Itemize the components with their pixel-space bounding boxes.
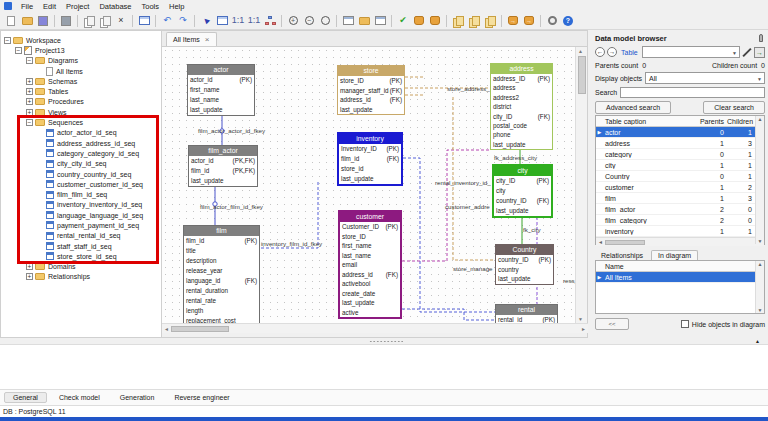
grid-row-Country[interactable]: Country01	[596, 171, 755, 182]
move-object-icon[interactable]	[483, 14, 497, 28]
tree-item-rental-rental-id-seq[interactable]: rental_rental_id_seq	[1, 231, 161, 241]
advanced-search-button[interactable]: Advanced search	[595, 101, 671, 114]
expand-icon[interactable]: +	[26, 109, 33, 116]
er-table-title[interactable]: city	[494, 166, 551, 176]
hide-objects-checkbox[interactable]	[681, 320, 689, 328]
menu-item-database[interactable]: Database	[94, 2, 136, 11]
er-table-Country[interactable]: Countrycountry_ID(PK)countrylast_update	[495, 244, 554, 285]
table-grid-icon[interactable]	[215, 14, 229, 28]
diagram-canvas[interactable]: actoractor_id(PK)first_namelast_namelast…	[162, 47, 575, 323]
sort-desc-icon[interactable]: 1:1	[247, 14, 261, 28]
tab-in-diagram[interactable]: In diagram	[651, 250, 698, 260]
tree-item-staff-staff-id-seq[interactable]: staff_staff_id_seq	[1, 241, 161, 251]
er-table-title[interactable]: inventory	[339, 134, 401, 144]
tree-item-all-items[interactable]: All Items	[1, 66, 161, 76]
undo-icon[interactable]: ↶	[160, 14, 174, 28]
tree-item-customer-customer-id-seq[interactable]: customer_customer_id_seq	[1, 179, 161, 189]
canvas-vertical-scrollbar[interactable]: ▲ ▼	[575, 47, 587, 323]
search-input[interactable]	[620, 87, 765, 98]
delete-icon[interactable]: ×	[114, 14, 128, 28]
new-table-icon[interactable]	[137, 14, 151, 28]
er-table-city[interactable]: citycity_ID(PK)citycountry_ID(FK)last_up…	[492, 164, 553, 218]
grid-horizontal-scrollbar[interactable]: ◄►	[596, 237, 764, 246]
er-table-title[interactable]: address	[491, 64, 552, 74]
er-table-customer[interactable]: customerCustomer_ID(PK)store_IDfirst_nam…	[338, 210, 402, 319]
er-table-actor[interactable]: actoractor_id(PK)first_namelast_namelast…	[187, 64, 255, 116]
tree-item-relationships[interactable]: +Relationships	[1, 272, 161, 282]
menu-item-project[interactable]: Project	[61, 2, 94, 11]
scroll-right-icon[interactable]: ►	[581, 326, 586, 332]
documents-icon[interactable]	[357, 14, 371, 28]
prev-table-button[interactable]: ←	[595, 47, 605, 57]
db-generate-icon[interactable]	[412, 14, 426, 28]
tree-item-city-city-id-seq[interactable]: city_city_id_seq	[1, 159, 161, 169]
er-table-title[interactable]: film_actor	[189, 146, 257, 156]
tree-item-diagrams[interactable]: −Diagrams	[1, 56, 161, 66]
expand-icon[interactable]: +	[26, 98, 33, 105]
new-file-icon[interactable]	[4, 14, 18, 28]
tab-relationships[interactable]: Relationships	[595, 251, 649, 260]
check-model-icon[interactable]: ✔	[396, 14, 410, 28]
tree-item-inventory-inventory-id-seq[interactable]: inventory_inventory_id_seq	[1, 200, 161, 210]
collapse-icon[interactable]: −	[26, 119, 33, 126]
bottom-tab-generation[interactable]: Generation	[112, 393, 163, 402]
splitter-collapse-icon[interactable]: ▲	[755, 338, 760, 344]
bottom-tab-general[interactable]: General	[4, 392, 47, 403]
grid-row-actor[interactable]: ▶actor01	[596, 127, 755, 138]
collapse-icon[interactable]: −	[26, 57, 33, 64]
tree-item-project13[interactable]: −Project13	[1, 45, 161, 55]
er-table-inventory[interactable]: inventoryInventory_ID(PK)film_id(FK)stor…	[337, 132, 403, 186]
copy-object-icon[interactable]	[451, 14, 465, 28]
grid-row-category[interactable]: category01	[596, 149, 755, 160]
expand-icon[interactable]: +	[26, 263, 33, 270]
duplicate-object-icon[interactable]	[467, 14, 481, 28]
er-table-title[interactable]: store	[338, 66, 404, 76]
scroll-up-icon[interactable]: ▲	[578, 48, 583, 54]
db-update-icon[interactable]	[428, 14, 442, 28]
tree-item-film-film-id-seq[interactable]: film_film_id_seq	[1, 189, 161, 199]
export-icon[interactable]: →	[522, 14, 536, 28]
grid-row-film[interactable]: film13	[596, 193, 755, 204]
zoom-in-icon[interactable]: +	[286, 14, 300, 28]
grid-row-customer[interactable]: customer12	[596, 182, 755, 193]
tab-close-icon[interactable]: ×	[205, 35, 210, 44]
tree-item-actor-actor-id-seq[interactable]: actor_actor_id_seq	[1, 128, 161, 138]
grid-row-film_actor[interactable]: film_actor20	[596, 204, 755, 215]
er-table-rental[interactable]: rentalrental_id(PK)	[495, 304, 558, 323]
help-icon[interactable]: ?	[561, 14, 575, 28]
scroll-left-icon[interactable]: ◄	[164, 326, 169, 332]
grid-row-inventory[interactable]: inventory11	[596, 226, 755, 237]
er-table-store[interactable]: storestore_ID(PK)manager_staff_id(FK)add…	[337, 65, 405, 115]
pointer-icon[interactable]: ▲	[199, 14, 213, 28]
settings-icon[interactable]	[545, 14, 559, 28]
copy-icon[interactable]	[82, 14, 96, 28]
table-select[interactable]: ▼	[642, 46, 740, 58]
tree-item-schemas[interactable]: +Schemas	[1, 76, 161, 86]
diagram-row-all-items[interactable]: ▶All Items	[596, 272, 755, 283]
tree-item-domains[interactable]: +Domains	[1, 262, 161, 272]
er-table-title[interactable]: Country	[496, 245, 553, 255]
open-folder-icon[interactable]	[20, 14, 34, 28]
pin-icon[interactable]	[759, 34, 763, 42]
horizontal-splitter[interactable]: ▲	[0, 338, 768, 344]
tree-item-sequences[interactable]: −Sequences	[1, 117, 161, 127]
tree-item-category-category-id-seq[interactable]: category_category_id_seq	[1, 148, 161, 158]
er-table-title[interactable]: actor	[188, 65, 254, 75]
er-table-address[interactable]: addressaddress_ID(PK)addressaddress2dist…	[490, 63, 553, 150]
import-icon[interactable]: →	[506, 14, 520, 28]
tree-item-workspace[interactable]: −Workspace	[1, 35, 161, 45]
bottom-tab-check-model[interactable]: Check model	[51, 393, 108, 402]
card-view-icon[interactable]	[373, 14, 387, 28]
tree-item-store-store-id-seq[interactable]: store_store_id_seq	[1, 251, 161, 261]
tree-item-address-address-id-seq[interactable]: address_address_id_seq	[1, 138, 161, 148]
collapse-icon[interactable]: −	[15, 47, 22, 54]
tree-item-payment-payment-id-seq[interactable]: payment_payment_id_seq	[1, 220, 161, 230]
canvas-horizontal-scrollbar[interactable]: ◄ ►	[162, 323, 588, 333]
zoom-reset-icon[interactable]	[318, 14, 332, 28]
scroll-down-icon[interactable]: ▼	[578, 316, 583, 322]
grid-vertical-scrollbar[interactable]: ▲▼	[755, 261, 764, 313]
display-objects-select[interactable]: All▼	[645, 72, 765, 84]
tree-item-country-country-id-seq[interactable]: country_country_id_seq	[1, 169, 161, 179]
expand-icon[interactable]: +	[26, 273, 33, 280]
er-table-title[interactable]: rental	[496, 305, 557, 315]
